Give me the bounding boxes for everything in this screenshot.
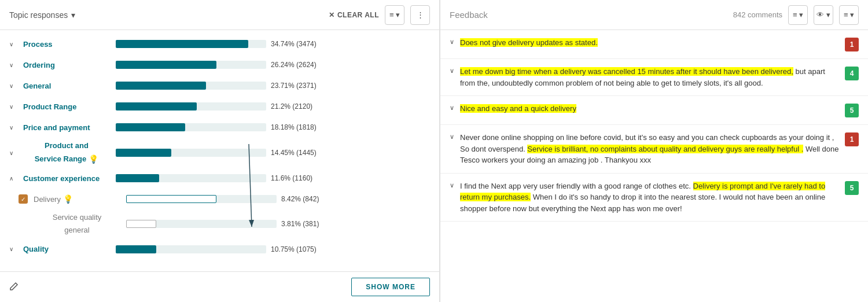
fb-expand-chevron[interactable]: ∨ xyxy=(450,133,454,166)
feedback-body: Does not give delivery updates as stated… xyxy=(460,37,839,51)
filter-button-right[interactable]: ≡ ▾ xyxy=(788,5,808,25)
show-more-button[interactable]: SHOW MORE xyxy=(351,278,430,296)
topic-row: ∨ General 23.71% (2371) xyxy=(0,75,439,96)
filter-sort-button[interactable]: ≡ ▾ xyxy=(385,5,404,25)
bar-track xyxy=(116,102,266,111)
bar-fill-checked xyxy=(126,195,216,203)
topic-row-sub: Delivery 💡 8.42% (842) xyxy=(0,189,439,209)
expand-chevron[interactable]: ∨ xyxy=(9,124,17,131)
expand-chevron[interactable]: ∨ xyxy=(9,150,17,156)
bar-track xyxy=(126,220,277,228)
bar-fill xyxy=(116,245,156,253)
highlighted-text: Let me down big time when a delivery was… xyxy=(460,67,793,76)
bar-area: 3.81% (381) xyxy=(126,220,430,228)
topic-responses-dropdown[interactable]: Topic responses ▾ xyxy=(9,10,75,20)
feedback-item: ∨ Does not give delivery updates as stat… xyxy=(440,30,868,59)
feedback-item: ∨ Nice and easy and a quick delivery 5 xyxy=(440,96,868,125)
bar-track xyxy=(126,195,277,203)
expand-chevron[interactable]: ∧ xyxy=(9,175,17,182)
bar-track xyxy=(116,82,266,90)
topic-label-delivery[interactable]: Delivery 💡 xyxy=(34,194,120,204)
sort-icon-right: ≡ ▾ xyxy=(844,10,854,19)
bar-area: 21.2% (2120) xyxy=(116,102,430,111)
topic-label[interactable]: Customer experience xyxy=(23,174,110,183)
feedback-body: I find the Next app very user friendly w… xyxy=(460,181,839,215)
bar-area: 11.6% (1160) xyxy=(116,174,430,182)
bar-track xyxy=(116,149,266,157)
expand-chevron[interactable]: ∨ xyxy=(9,83,17,89)
right-header: Feedback 842 comments ≡ ▾ 👁 ▾ ≡ ▾ xyxy=(440,0,868,30)
bar-area: 14.45% (1445) xyxy=(116,149,430,157)
comments-count: 842 comments xyxy=(733,10,782,19)
more-options-button[interactable]: ⋮ xyxy=(410,5,430,25)
chevron-down-icon: ▾ xyxy=(71,10,75,20)
topic-responses-label: Topic responses xyxy=(9,10,68,20)
bar-track xyxy=(116,245,266,253)
edit-button[interactable] xyxy=(9,282,19,293)
fb-expand-chevron[interactable]: ∨ xyxy=(450,182,454,215)
bar-percent: 21.2% (2120) xyxy=(271,102,312,111)
expand-chevron[interactable]: ∨ xyxy=(9,62,17,68)
expand-chevron[interactable]: ∨ xyxy=(9,41,17,47)
expand-chevron[interactable]: ∨ xyxy=(9,246,17,252)
feedback-item: ∨ Never done online shopping on line bef… xyxy=(440,125,868,174)
highlighted-text: Service is brilliant, no complaints abou… xyxy=(527,145,803,153)
right-header-actions: 842 comments ≡ ▾ 👁 ▾ ≡ ▾ xyxy=(733,5,859,25)
bulb-icon: 💡 xyxy=(89,154,98,164)
highlighted-text: Does not give delivery updates as stated… xyxy=(460,38,598,47)
topic-list: ∨ Process 34.74% (3474) ∨ Ordering 26 xyxy=(0,30,439,271)
bar-percent: 8.42% (842) xyxy=(281,195,319,203)
topic-row: ∨ Price and payment 18.18% (1818) xyxy=(0,117,439,138)
sort-button-right[interactable]: ≡ ▾ xyxy=(839,5,859,25)
topic-label[interactable]: Price and payment xyxy=(23,123,110,132)
bar-fill xyxy=(116,82,206,90)
left-footer: SHOW MORE xyxy=(0,271,439,302)
topic-label-product-range[interactable]: Product Range xyxy=(23,102,110,111)
bar-fill xyxy=(116,61,216,69)
bar-area: 8.42% (842) xyxy=(126,195,430,203)
bar-area: 34.74% (3474) xyxy=(116,40,430,48)
bar-area: 10.75% (1075) xyxy=(116,245,430,253)
expand-chevron[interactable]: ∨ xyxy=(9,104,17,110)
bar-area: 26.24% (2624) xyxy=(116,61,430,69)
feedback-body: Nice and easy and a quick delivery xyxy=(460,103,839,117)
topic-label[interactable]: Ordering xyxy=(23,61,110,69)
bar-percent: 14.45% (1445) xyxy=(271,149,317,157)
feedback-title: Feedback xyxy=(450,10,488,20)
filter-icon-right: ≡ ▾ xyxy=(793,10,803,19)
topic-label[interactable]: Process xyxy=(23,40,110,49)
clear-all-button[interactable]: ✕ CLEAR ALL xyxy=(329,11,379,19)
topic-checkbox[interactable] xyxy=(19,194,28,204)
topic-label-service-quality[interactable]: Service quality general xyxy=(34,213,120,235)
bulb-icon: 💡 xyxy=(63,194,73,204)
bar-track xyxy=(116,174,266,182)
bar-fill xyxy=(116,40,248,48)
fb-expand-chevron[interactable]: ∨ xyxy=(450,67,454,89)
rating-badge: 5 xyxy=(845,181,859,195)
fb-expand-chevron[interactable]: ∨ xyxy=(450,38,454,51)
rating-badge: 1 xyxy=(845,38,859,51)
topic-label[interactable]: Quality xyxy=(23,245,110,253)
feedback-item: ∨ I find the Next app very user friendly… xyxy=(440,174,868,222)
view-button[interactable]: 👁 ▾ xyxy=(814,5,833,25)
right-panel: Feedback 842 comments ≡ ▾ 👁 ▾ ≡ ▾ ∨ Does… xyxy=(440,0,868,302)
bar-track xyxy=(116,123,266,131)
feedback-item: ∨ Let me down big time when a delivery w… xyxy=(440,59,868,96)
topic-label[interactable]: Product and Service Range 💡 xyxy=(23,141,110,164)
topic-row: ∨ Ordering 26.24% (2624) xyxy=(0,54,439,75)
x-icon: ✕ xyxy=(329,11,335,19)
topic-label[interactable]: General xyxy=(23,82,110,90)
fb-expand-chevron[interactable]: ∨ xyxy=(450,104,454,117)
topic-row: ∨ Product Range 21.2% (2120) xyxy=(0,96,439,117)
feedback-body: Let me down big time when a delivery was… xyxy=(460,66,839,89)
feedback-body: Never done online shopping on line befor… xyxy=(460,132,839,166)
bar-fill xyxy=(116,102,197,111)
plain-text: I find the Next app very user friendly w… xyxy=(460,182,693,190)
bar-percent: 34.74% (3474) xyxy=(271,40,317,48)
eye-icon: 👁 ▾ xyxy=(816,10,830,19)
feedback-list: ∨ Does not give delivery updates as stat… xyxy=(440,30,868,302)
filter-icon: ≡ ▾ xyxy=(389,10,400,19)
topic-row-sub: Service quality general 3.81% (381) xyxy=(0,209,439,239)
topic-row: ∨ Process 34.74% (3474) xyxy=(0,34,439,54)
rating-badge: 5 xyxy=(845,104,859,117)
